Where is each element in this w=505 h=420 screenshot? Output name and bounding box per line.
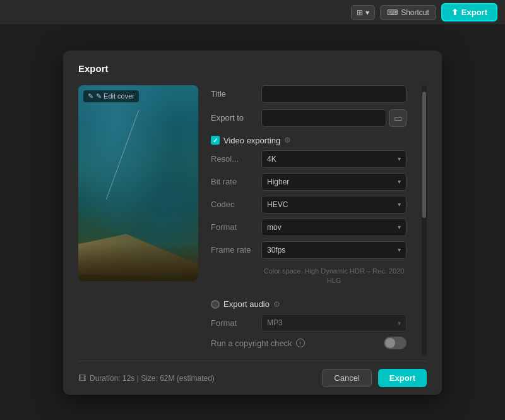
format-chevron-icon: ▾ [398, 224, 401, 231]
bitrate-label: Bit rate [211, 177, 261, 186]
folder-button[interactable]: ▭ [389, 109, 407, 127]
copyright-label: Run a copyright check [211, 339, 292, 348]
color-space-text: Color space: High Dynamic HDR – Rec. 202… [261, 267, 407, 286]
video-exporting-label: Video exporting [223, 136, 280, 145]
resolution-chevron-icon: ▾ [398, 155, 401, 162]
codec-value: HEVC [267, 200, 288, 209]
dialog-footer: 🎞 Duration: 12s | Size: 62M (estimated) … [78, 361, 427, 395]
format-select[interactable]: mov ▾ [261, 219, 407, 236]
copyright-toggle[interactable] [384, 337, 407, 349]
dialog-body: ✎ ✎ Edit cover Title Export to [78, 85, 427, 356]
shortcut-label: Shortcut [401, 8, 429, 17]
film-icon: 🎞 [78, 374, 86, 383]
toggle-knob [385, 338, 395, 348]
fishing-line [106, 110, 139, 199]
audio-format-chevron-icon: ▾ [398, 320, 401, 327]
edit-icon: ✎ [88, 92, 93, 100]
main-area: Export ✎ ✎ Edit cover Title [0, 25, 505, 420]
audio-format-value: MP3 [267, 318, 283, 327]
cover-area: ✎ ✎ Edit cover [78, 85, 198, 356]
copyright-info-icon[interactable]: i [296, 339, 305, 347]
format-label: Format [211, 222, 261, 232]
topbar-export-button[interactable]: ⬆ Export [441, 3, 497, 21]
cancel-button[interactable]: Cancel [322, 369, 371, 387]
edit-cover-label: ✎ Edit cover [96, 92, 134, 100]
shortcut-button[interactable]: ⌨ Shortcut [380, 5, 436, 20]
video-exporting-info-icon[interactable]: ⚙ [284, 136, 291, 145]
resolution-value: 4K [267, 155, 276, 164]
framerate-select[interactable]: 30fps ▾ [261, 241, 407, 259]
scrollbar-thumb[interactable] [422, 92, 426, 218]
footer-actions: Cancel Export [322, 369, 427, 387]
resolution-row: Resol... 4K ▾ [211, 150, 407, 168]
export-to-input[interactable] [261, 109, 386, 127]
resolution-label: Resol... [211, 154, 261, 164]
footer-info: 🎞 Duration: 12s | Size: 62M (estimated) [78, 374, 215, 383]
video-exporting-checkbox[interactable]: ✓ [211, 136, 220, 145]
layout-icon: ⊞ [357, 8, 363, 17]
export-audio-info-icon[interactable]: ⚙ [273, 300, 280, 309]
framerate-row: Frame rate 30fps ▾ [211, 241, 407, 259]
bitrate-chevron-icon: ▾ [398, 178, 401, 185]
keyboard-icon: ⌨ [387, 8, 398, 17]
scrollbar-track[interactable] [422, 85, 427, 356]
framerate-value: 30fps [267, 246, 285, 255]
export-icon: ⬆ [451, 8, 458, 17]
export-audio-label: Export audio [223, 299, 270, 309]
audio-format-select[interactable]: MP3 ▾ [261, 314, 407, 332]
framerate-chevron-icon: ▾ [398, 246, 401, 253]
topbar-export-label: Export [461, 8, 487, 17]
checkmark-icon: ✓ [213, 137, 218, 144]
video-exporting-section: ✓ Video exporting ⚙ [211, 136, 407, 145]
codec-label: Codec [211, 200, 261, 209]
resolution-select[interactable]: 4K ▾ [261, 150, 407, 168]
layout-chevron: ▾ [365, 8, 369, 17]
form-area: Title Export to ▭ ✓ [211, 85, 407, 356]
export-dialog: Export ✎ ✎ Edit cover Title [63, 51, 442, 395]
framerate-label: Frame rate [211, 245, 261, 255]
layout-button[interactable]: ⊞ ▾ [351, 5, 375, 20]
format-value: mov [267, 223, 282, 232]
audio-format-row: Format MP3 ▾ [211, 314, 407, 332]
codec-chevron-icon: ▾ [398, 201, 401, 208]
export-to-field-wrapper: ▭ [261, 109, 407, 127]
export-audio-header: Export audio ⚙ [211, 299, 407, 309]
bitrate-value: Higher [267, 177, 289, 186]
copyright-row: Run a copyright check i [211, 337, 407, 349]
format-row: Format mov ▾ [211, 219, 407, 236]
title-input[interactable] [261, 85, 407, 103]
duration-label: Duration: 12s | Size: 62M (estimated) [90, 374, 215, 383]
cover-image: ✎ ✎ Edit cover [78, 85, 198, 281]
folder-icon: ▭ [394, 113, 402, 123]
audio-format-label: Format [211, 318, 261, 328]
export-audio-toggle[interactable] [211, 300, 220, 309]
codec-row: Codec HEVC ▾ [211, 196, 407, 213]
codec-select[interactable]: HEVC ▾ [261, 196, 407, 213]
edit-cover-button[interactable]: ✎ ✎ Edit cover [83, 90, 139, 102]
title-label: Title [211, 89, 261, 99]
topbar: ⊞ ▾ ⌨ Shortcut ⬆ Export [0, 0, 505, 25]
dialog-title: Export [78, 63, 427, 74]
export-to-row: Export to ▭ [211, 109, 407, 127]
export-audio-section: Export audio ⚙ Format MP3 ▾ [211, 297, 407, 337]
bitrate-row: Bit rate Higher ▾ [211, 173, 407, 191]
export-to-label: Export to [211, 113, 261, 123]
boat-edge [78, 224, 198, 275]
export-button[interactable]: Export [378, 369, 427, 387]
bitrate-select[interactable]: Higher ▾ [261, 173, 407, 191]
title-row: Title [211, 85, 407, 103]
